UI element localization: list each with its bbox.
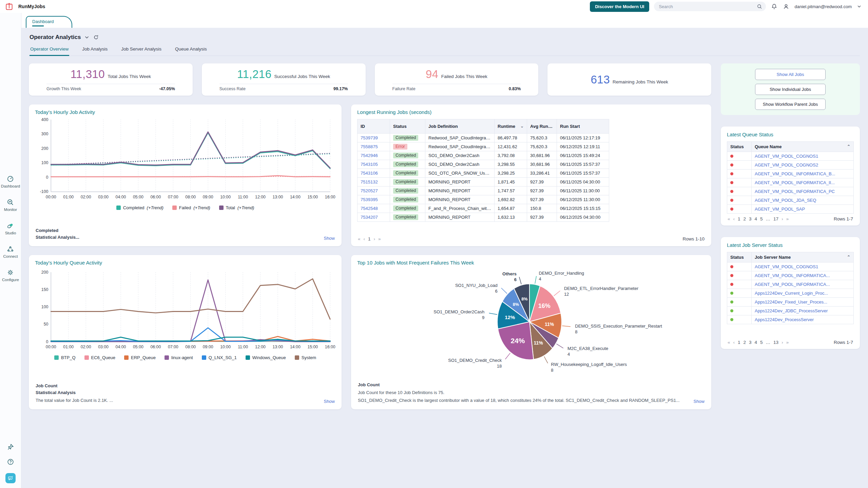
- page-number-1[interactable]: 1: [368, 236, 371, 241]
- name-link[interactable]: Apps1224Dev_Current_Login_Proc...: [755, 291, 828, 296]
- search-input[interactable]: [654, 2, 766, 11]
- column-header-status[interactable]: Status: [390, 119, 425, 134]
- name-link[interactable]: AGENT_VM_POOL_COGNOS1: [755, 264, 818, 269]
- subtab-operator-overview[interactable]: Operator Overview: [30, 46, 69, 56]
- page-number-5[interactable]: 5: [760, 216, 763, 221]
- column-header-queue-name[interactable]: Queue Name⌃: [752, 142, 854, 152]
- legend-item-linux-agent[interactable]: linux-agent: [165, 355, 193, 360]
- page-number-…[interactable]: …: [766, 340, 771, 345]
- column-header-status[interactable]: Status: [727, 252, 752, 262]
- sidebar-item-monitor[interactable]: Monitor: [1, 198, 20, 212]
- pin-icon[interactable]: [7, 443, 14, 451]
- job-id-link[interactable]: 7558875: [361, 144, 378, 149]
- page-number-2[interactable]: 2: [744, 216, 746, 221]
- page-number-4[interactable]: 4: [755, 340, 757, 345]
- page-number-17[interactable]: 17: [773, 216, 778, 221]
- name-link[interactable]: AGENT_VM_POOL_JDA_SEQ: [755, 198, 816, 203]
- user-avatar-icon[interactable]: [783, 3, 790, 10]
- name-link[interactable]: AGENT_VM_POOL_INFORMATICA...: [755, 273, 830, 278]
- legend-item-ERP_Queue[interactable]: ERP_Queue: [124, 355, 156, 360]
- first-page-button[interactable]: «: [728, 216, 730, 221]
- job-id-link[interactable]: 7543105: [361, 162, 378, 167]
- job-id-link[interactable]: 7539739: [361, 135, 378, 140]
- page-number-5[interactable]: 5: [760, 340, 763, 345]
- legend-item-Q_LNX_SG_1[interactable]: Q_LNX_SG_1: [202, 355, 237, 360]
- first-page-button[interactable]: «: [728, 340, 730, 345]
- job-id-link[interactable]: 7539395: [361, 197, 378, 202]
- next-page-button[interactable]: ›: [782, 340, 783, 345]
- sidebar-item-configure[interactable]: Configure: [1, 269, 20, 282]
- column-header-status[interactable]: Status: [727, 142, 752, 152]
- prev-page-button[interactable]: ‹: [733, 340, 735, 345]
- legend-item-EC6_Queue[interactable]: EC6_Queue: [84, 355, 116, 360]
- column-header-job-definition[interactable]: Job Definition: [425, 119, 495, 134]
- name-link[interactable]: AGENT_VM_POOL_INFORMATICA...: [755, 282, 830, 287]
- page-number-3[interactable]: 3: [749, 340, 752, 345]
- show-link[interactable]: Show: [319, 236, 335, 241]
- next-page-button[interactable]: ›: [782, 216, 783, 221]
- prev-page-button[interactable]: ‹: [733, 216, 735, 221]
- page-number-4[interactable]: 4: [755, 216, 757, 221]
- show-all-jobs-button[interactable]: Show All Jobs: [755, 69, 826, 80]
- page-number-13[interactable]: 13: [773, 340, 778, 345]
- name-link[interactable]: AGENT_VM_POOL_INFORMATICA_II...: [755, 180, 835, 185]
- column-header-run-start[interactable]: Run Start: [557, 119, 609, 134]
- name-link[interactable]: Apps1224Dev_JDBC_ProcessServer: [755, 308, 828, 313]
- show-workflow-parent-jobs-button[interactable]: Show Workflow Parent Jobs: [755, 99, 826, 110]
- column-header-avg-runtime[interactable]: Avg Runtime: [527, 119, 557, 134]
- name-link[interactable]: AGENT_VM_POOL_INFORMATICA_B...: [755, 171, 835, 176]
- show-link[interactable]: Show: [319, 399, 335, 404]
- page-number-1[interactable]: 1: [738, 216, 740, 221]
- last-page-button[interactable]: »: [786, 216, 789, 221]
- name-link[interactable]: Apps1224Dev_Fixed_User_Proces...: [755, 299, 827, 305]
- help-icon[interactable]: [7, 458, 14, 466]
- refresh-icon[interactable]: [93, 34, 99, 40]
- first-page-button[interactable]: «: [358, 236, 361, 241]
- next-page-button[interactable]: ›: [374, 236, 375, 241]
- job-id-link[interactable]: 7520527: [361, 188, 378, 193]
- sort-asc-icon[interactable]: ⌃: [847, 255, 850, 259]
- last-page-button[interactable]: »: [786, 340, 789, 345]
- column-header-job-server-name[interactable]: Job Server Name⌃: [752, 252, 854, 262]
- dashboard-select-chevron-down-icon[interactable]: [84, 34, 90, 40]
- legend-item-Total[interactable]: Total (+Trend): [219, 205, 254, 210]
- assistant-button[interactable]: [5, 473, 16, 483]
- legend-item-Completed[interactable]: Completed (+Trend): [116, 205, 163, 210]
- subtab-job-analysis[interactable]: Job Analysis: [81, 46, 108, 56]
- job-id-link[interactable]: 7542946: [361, 153, 378, 158]
- name-link[interactable]: AGENT_VM_POOL_COGNOS1: [755, 154, 818, 159]
- job-id-link[interactable]: 7543106: [361, 171, 378, 176]
- sort-desc-icon[interactable]: ⌄: [520, 124, 524, 129]
- job-id-link[interactable]: 7534207: [361, 215, 378, 220]
- user-menu-chevron-down-icon[interactable]: [856, 4, 862, 9]
- show-individual-jobs-button[interactable]: Show Individual Jobs: [755, 84, 826, 95]
- page-number-2[interactable]: 2: [744, 340, 746, 345]
- tab-dashboard[interactable]: Dashboard: [26, 16, 72, 28]
- prev-page-button[interactable]: ‹: [364, 236, 365, 241]
- name-link[interactable]: AGENT_VM_POOL_COGNOS2: [755, 162, 818, 168]
- page-number-1[interactable]: 1: [738, 340, 740, 345]
- column-header-runtime[interactable]: Runtime⌄: [495, 119, 527, 134]
- show-link[interactable]: Show: [689, 399, 705, 404]
- name-link[interactable]: AGENT_VM_POOL_INFORMATICA_PC: [755, 189, 835, 194]
- subtab-queue-analysis[interactable]: Queue Analysis: [174, 46, 208, 56]
- column-header-id[interactable]: ID: [358, 119, 390, 134]
- notifications-bell-icon[interactable]: [771, 3, 778, 10]
- job-id-link[interactable]: 7542548: [361, 206, 378, 211]
- legend-item-BTP_Q[interactable]: BTP_Q: [54, 355, 76, 360]
- legend-item-Failed[interactable]: Failed (+Trend): [172, 205, 210, 210]
- legend-item-Windows_Queue[interactable]: Windows_Queue: [246, 355, 286, 360]
- sidebar-item-connect[interactable]: Connect: [1, 245, 20, 258]
- sidebar-item-dashboard[interactable]: Dashboard: [1, 175, 20, 188]
- page-number-3[interactable]: 3: [749, 216, 752, 221]
- sidebar-item-studio[interactable]: Studio: [1, 222, 20, 235]
- name-link[interactable]: Apps1224Dev_ProcessServer: [755, 317, 814, 322]
- subtab-job-server-analysis[interactable]: Job Server Analysis: [120, 46, 162, 56]
- page-number-…[interactable]: …: [766, 216, 771, 221]
- sort-asc-icon[interactable]: ⌃: [847, 144, 850, 149]
- discover-modern-ui-button[interactable]: Discover the Modern UI: [590, 1, 649, 12]
- search-icon[interactable]: [756, 3, 763, 9]
- name-link[interactable]: AGENT_VM_POOL_SAP: [755, 207, 805, 212]
- job-id-link[interactable]: 7515132: [361, 179, 378, 184]
- last-page-button[interactable]: »: [378, 236, 381, 241]
